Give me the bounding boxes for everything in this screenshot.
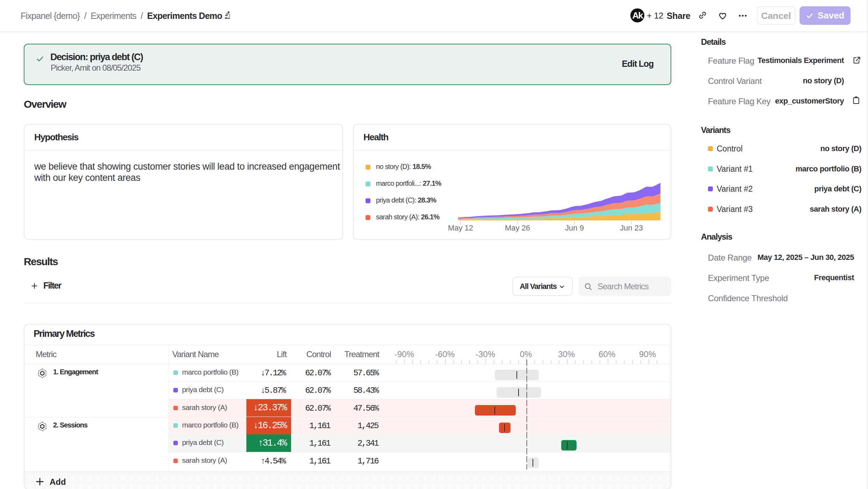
svg-text:Jun 9: Jun 9	[565, 224, 584, 232]
svg-text:May 26: May 26	[505, 224, 530, 232]
svg-text:May 12: May 12	[448, 224, 473, 232]
svg-text:Jun 23: Jun 23	[620, 224, 643, 232]
